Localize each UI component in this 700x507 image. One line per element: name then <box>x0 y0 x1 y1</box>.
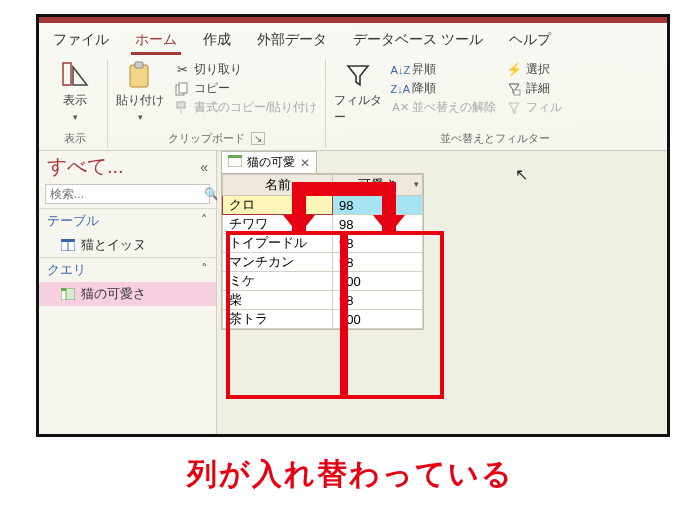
table-row[interactable]: トイプードル98 <box>223 234 423 253</box>
chevron-down-icon: ▾ <box>73 112 78 122</box>
filter-button[interactable]: フィルター <box>334 61 382 126</box>
group-label-view: 表示 <box>51 128 99 146</box>
mouse-cursor-icon: ↖ <box>515 165 528 184</box>
svg-rect-6 <box>180 108 182 114</box>
selection-filter-button[interactable]: ⚡ 選択 <box>506 61 562 78</box>
nav-search[interactable]: 🔍 <box>45 184 210 204</box>
sort-clear-button[interactable]: A✕ 並べ替えの解除 <box>392 99 496 116</box>
cell-name[interactable]: マンチカン <box>223 253 333 272</box>
search-input[interactable] <box>46 185 204 203</box>
nav-section-tables[interactable]: テーブル ˄ <box>39 208 216 233</box>
cell-name[interactable]: トイプードル <box>223 234 333 253</box>
ribbon-tabs: ファイル ホーム 作成 外部データ データベース ツール ヘルプ <box>39 23 667 55</box>
copy-icon <box>174 81 190 97</box>
clipboard-icon <box>126 61 154 89</box>
group-label-clipboard: クリップボード ↘ <box>116 128 317 146</box>
tab-file[interactable]: ファイル <box>49 29 113 55</box>
cell-name[interactable]: チワワ <box>223 215 333 234</box>
chevron-up-icon: ˄ <box>201 212 208 230</box>
svg-rect-4 <box>179 83 187 93</box>
tab-help[interactable]: ヘルプ <box>505 29 555 55</box>
sort-asc-button[interactable]: A↓Z 昇順 <box>392 61 496 78</box>
cell-name[interactable]: 茶トラ <box>223 310 333 329</box>
advanced-filter-button[interactable]: 詳細 <box>506 80 562 97</box>
cell-cute[interactable]: 100 <box>333 272 423 291</box>
table-row[interactable]: ミケ100 <box>223 272 423 291</box>
nav-section-queries[interactable]: クエリ ˄ <box>39 257 216 282</box>
paintbrush-icon <box>174 100 190 116</box>
datasheet: 名前 ▾ 可愛さ ▾ クロ98チワワ98トイプードル98マンチカン98ミケ100… <box>221 173 424 330</box>
advanced-icon <box>506 81 522 97</box>
chevron-down-icon[interactable]: ▾ <box>324 179 329 189</box>
close-icon[interactable]: ✕ <box>300 156 310 170</box>
tables-header-label: テーブル <box>47 212 99 230</box>
copy-button[interactable]: コピー <box>174 80 317 97</box>
format-painter-label: 書式のコピー/貼り付け <box>194 99 317 116</box>
tab-db-tools[interactable]: データベース ツール <box>349 29 487 55</box>
ruler-triangle-icon <box>61 61 89 89</box>
ribbon-group-view: 表示 ▾ 表示 <box>43 59 108 148</box>
column-header-name[interactable]: 名前 ▾ <box>223 175 333 196</box>
dialog-launcher-icon[interactable]: ↘ <box>251 132 265 145</box>
toggle-filter-label: フィル <box>526 99 562 116</box>
advanced-label: 詳細 <box>526 80 550 97</box>
view-button[interactable]: 表示 ▾ <box>51 61 99 122</box>
cell-name[interactable]: ミケ <box>223 272 333 291</box>
queries-header-label: クエリ <box>47 261 86 279</box>
svg-rect-15 <box>228 155 242 158</box>
svg-rect-13 <box>66 288 75 300</box>
ribbon-group-sortfilter: フィルター A↓Z 昇順 Z↓A 降順 A✕ 並べ替えの解除 <box>326 59 663 148</box>
col-cute-label: 可愛さ <box>358 177 397 192</box>
cell-name[interactable]: 柴 <box>223 291 333 310</box>
cut-button[interactable]: ✂ 切り取り <box>174 61 317 78</box>
chevron-down-icon: ▾ <box>138 112 143 122</box>
col-name-label: 名前 <box>265 177 291 192</box>
nav-query-item[interactable]: 猫の可愛さ <box>39 282 216 306</box>
query-icon <box>61 288 75 300</box>
table-row[interactable]: マンチカン98 <box>223 253 423 272</box>
datasheet-table[interactable]: 名前 ▾ 可愛さ ▾ クロ98チワワ98トイプードル98マンチカン98ミケ100… <box>222 174 423 329</box>
column-header-cute[interactable]: 可愛さ ▾ <box>333 175 423 196</box>
chevron-left-icon[interactable]: « <box>200 159 208 175</box>
cell-cute[interactable]: 100 <box>333 310 423 329</box>
nav-pane-title[interactable]: すべて... « <box>39 151 216 180</box>
sort-asc-label: 昇順 <box>412 61 436 78</box>
format-painter-button[interactable]: 書式のコピー/貼り付け <box>174 99 317 116</box>
navigation-pane: すべて... « 🔍 テーブル ˄ 猫とイッヌ クエリ ˄ <box>39 151 217 436</box>
cell-cute[interactable]: 98 <box>333 291 423 310</box>
filter-button-label: フィルター <box>334 92 382 126</box>
ribbon: 表示 ▾ 表示 貼り付け ▾ <box>39 55 667 151</box>
table-row[interactable]: チワワ98 <box>223 215 423 234</box>
paste-button-label: 貼り付け <box>116 92 164 109</box>
sort-desc-label: 降順 <box>412 80 436 97</box>
cell-cute[interactable]: 98 <box>333 196 423 215</box>
ribbon-group-clipboard: 貼り付け ▾ ✂ 切り取り コピー <box>108 59 326 148</box>
sort-desc-button[interactable]: Z↓A 降順 <box>392 80 496 97</box>
chevron-up-icon: ˄ <box>201 261 208 279</box>
table-row[interactable]: 柴98 <box>223 291 423 310</box>
cell-name[interactable]: クロ <box>223 196 333 215</box>
cell-cute[interactable]: 98 <box>333 215 423 234</box>
selection-label: 選択 <box>526 61 550 78</box>
tab-create[interactable]: 作成 <box>199 29 235 55</box>
document-tab[interactable]: 猫の可愛 ✕ <box>221 151 317 173</box>
table-row[interactable]: クロ98 <box>223 196 423 215</box>
nav-table-item[interactable]: 猫とイッヌ <box>39 233 216 257</box>
cell-cute[interactable]: 98 <box>333 234 423 253</box>
chevron-down-icon[interactable]: ▾ <box>414 179 419 189</box>
paste-button[interactable]: 貼り付け ▾ <box>116 61 164 122</box>
tab-external-data[interactable]: 外部データ <box>253 29 331 55</box>
screenshot-frame: ファイル ホーム 作成 外部データ データベース ツール ヘルプ 表示 ▾ <box>36 14 670 437</box>
cell-cute[interactable]: 98 <box>333 253 423 272</box>
query-icon <box>228 155 242 170</box>
svg-rect-2 <box>135 62 143 68</box>
svg-rect-5 <box>177 102 185 108</box>
table-row[interactable]: 茶トラ100 <box>223 310 423 329</box>
tab-home[interactable]: ホーム <box>131 29 181 55</box>
scissors-icon: ✂ <box>174 62 190 78</box>
nav-query-label: 猫の可愛さ <box>81 285 146 303</box>
nav-table-label: 猫とイッヌ <box>81 236 146 254</box>
view-button-label: 表示 <box>63 92 87 109</box>
toggle-filter-button[interactable]: フィル <box>506 99 562 116</box>
work-area: すべて... « 🔍 テーブル ˄ 猫とイッヌ クエリ ˄ <box>39 151 667 436</box>
